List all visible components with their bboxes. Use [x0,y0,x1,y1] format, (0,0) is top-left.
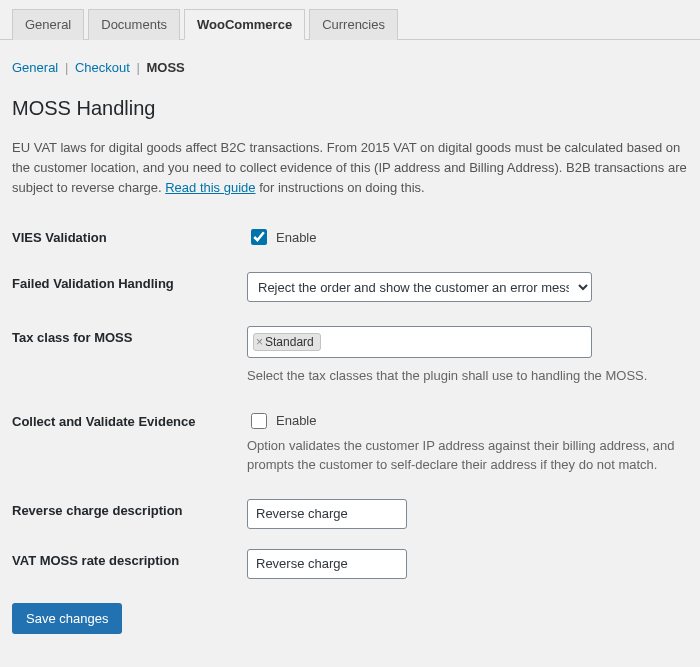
save-button[interactable]: Save changes [12,603,122,634]
tab-general[interactable]: General [12,9,84,40]
moss-rate-desc-input[interactable] [247,549,407,579]
tab-documents[interactable]: Documents [88,9,180,40]
reverse-desc-input[interactable] [247,499,407,529]
subnav-general[interactable]: General [12,60,58,75]
moss-rate-desc-label: VAT MOSS rate description [12,549,247,568]
collect-help: Option validates the customer IP address… [247,436,676,475]
collect-enable-checkbox[interactable] [251,413,267,429]
tab-woocommerce[interactable]: WooCommerce [184,9,305,40]
taxclass-tag-input[interactable]: × Standard [247,326,592,358]
sub-nav: General | Checkout | MOSS [12,60,688,75]
divider: | [136,60,139,75]
taxclass-help: Select the tax classes that the plugin s… [247,366,676,386]
divider: | [65,60,68,75]
taxclass-tag-standard[interactable]: × Standard [253,333,321,351]
failed-validation-select[interactable]: Reject the order and show the customer a… [247,272,592,302]
failed-validation-label: Failed Validation Handling [12,272,247,291]
subnav-moss[interactable]: MOSS [146,60,184,75]
tag-label: Standard [265,335,314,349]
main-tab-bar: General Documents WooCommerce Currencies [0,0,700,40]
vies-label: VIES Validation [12,226,247,245]
page-title: MOSS Handling [12,97,688,120]
subnav-checkout[interactable]: Checkout [75,60,130,75]
taxclass-label: Tax class for MOSS [12,326,247,345]
collect-label: Collect and Validate Evidence [12,410,247,429]
intro-suffix: for instructions on doing this. [256,180,425,195]
intro-text: EU VAT laws for digital goods affect B2C… [12,138,688,198]
tag-remove-icon[interactable]: × [256,336,263,348]
vies-enable-text: Enable [276,230,316,245]
intro-guide-link[interactable]: Read this guide [165,180,255,195]
tab-currencies[interactable]: Currencies [309,9,398,40]
reverse-desc-label: Reverse charge description [12,499,247,518]
collect-enable-text: Enable [276,413,316,428]
vies-enable-checkbox[interactable] [251,229,267,245]
